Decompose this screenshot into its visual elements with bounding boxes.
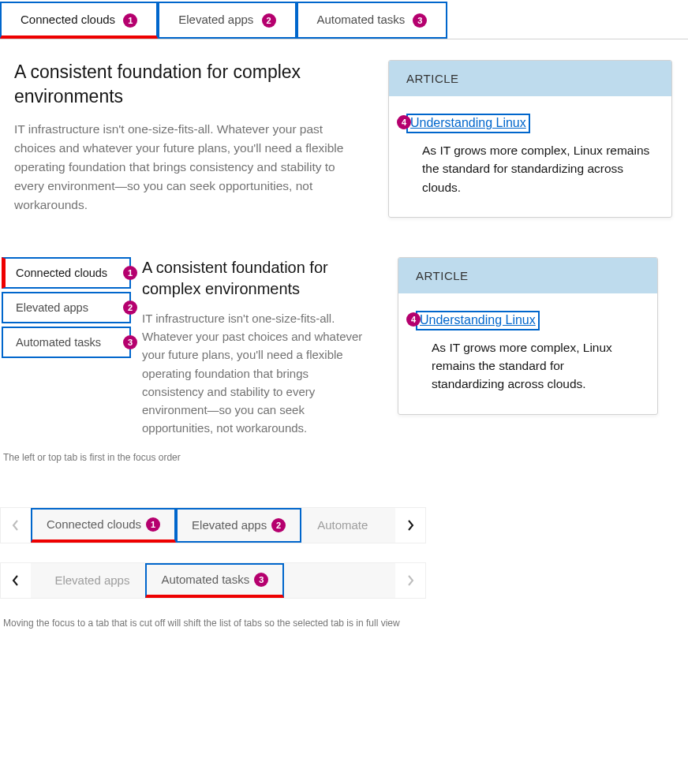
focus-order-badge: 1	[123, 13, 137, 28]
tab-elevated-apps[interactable]: Elevated apps 2	[158, 2, 296, 39]
tab-label: Connected clouds	[21, 13, 115, 26]
tab-connected-clouds[interactable]: Connected clouds 1	[31, 508, 176, 543]
caption: Moving the focus to a tab that is cut of…	[3, 618, 688, 629]
content-heading: A consistent foundation for complex envi…	[142, 257, 371, 300]
tab-label: Connected clouds	[16, 267, 107, 279]
focus-order-badge: 1	[123, 266, 137, 280]
tab-label: Connected clouds	[47, 517, 141, 531]
tab-connected-clouds[interactable]: Connected clouds 1	[0, 2, 158, 39]
tab-content: A consistent foundation for complex envi…	[142, 257, 371, 438]
scroll-right-button[interactable]	[395, 508, 425, 543]
focus-order-badge: 4	[397, 115, 411, 129]
focus-order-badge: 4	[406, 312, 421, 327]
tab-label: Elevated apps	[16, 301, 88, 314]
content-heading: A consistent foundation for complex envi…	[14, 60, 357, 109]
overflow-tabs-examples: Connected clouds 1 Elevated apps 2 Autom…	[0, 507, 688, 599]
tab-label: Automate	[317, 518, 368, 532]
overflow-bar-shifted: ted clouds Elevated apps Automated tasks…	[0, 562, 426, 599]
content-row: A consistent foundation for complex envi…	[0, 60, 688, 218]
tab-label: Automated tasks	[161, 573, 249, 586]
focus-order-badge: 2	[262, 13, 276, 28]
tab-automated-tasks[interactable]: Automated tasks 3	[2, 327, 131, 358]
content-body: IT infrastructure isn't one-size-fits-al…	[14, 120, 357, 215]
content-body: IT infrastructure isn't one-size-fits-al…	[142, 309, 371, 438]
overflow-bar-start: Connected clouds 1 Elevated apps 2 Autom…	[0, 507, 426, 543]
caption: The left or top tab is first in the focu…	[3, 452, 688, 463]
scroll-left-button[interactable]	[1, 508, 31, 543]
chevron-right-icon	[406, 575, 414, 586]
tab-label: Elevated apps	[192, 518, 267, 532]
article-card: ARTICLE 4 Understanding Linux As IT grow…	[398, 257, 658, 415]
tab-automated-tasks[interactable]: Automated tasks 3	[145, 563, 284, 598]
vertical-tab-list: Connected clouds 1 Elevated apps 2 Autom…	[2, 257, 131, 361]
scroll-right-button[interactable]	[395, 563, 425, 598]
focus-order-badge: 3	[254, 573, 268, 587]
horizontal-tabs-example: Connected clouds 1 Elevated apps 2 Autom…	[0, 0, 688, 218]
focus-order-badge: 2	[271, 518, 286, 532]
card-eyebrow: ARTICLE	[398, 258, 657, 293]
tab-automated-tasks-partial[interactable]: Automate	[301, 508, 383, 543]
chevron-right-icon	[406, 520, 414, 531]
tab-label: Elevated apps	[178, 13, 253, 26]
focus-order-badge: 2	[123, 301, 137, 315]
tab-connected-clouds[interactable]: Connected clouds 1	[2, 257, 131, 289]
tab-label: Automated tasks	[317, 13, 406, 26]
card-eyebrow: ARTICLE	[389, 61, 671, 96]
tab-automated-tasks[interactable]: Automated tasks 3	[297, 2, 448, 39]
scroll-left-button[interactable]	[1, 563, 31, 598]
focus-order-badge: 3	[413, 13, 427, 28]
tab-elevated-apps[interactable]: Elevated apps 2	[2, 292, 131, 323]
tab-elevated-apps[interactable]: Elevated apps	[39, 563, 145, 598]
tab-label: Elevated apps	[54, 573, 129, 587]
focus-order-badge: 3	[123, 335, 137, 349]
tab-content: A consistent foundation for complex envi…	[14, 60, 357, 215]
chevron-left-icon	[12, 575, 20, 586]
article-card: ARTICLE 4 Understanding Linux As IT grow…	[388, 60, 672, 218]
card-text: As IT grows more complex, Linux remains …	[432, 338, 640, 394]
tab-label: Automated tasks	[16, 336, 101, 349]
card-link[interactable]: Understanding Linux	[416, 311, 540, 330]
card-text: As IT grows more complex, Linux remains …	[422, 141, 654, 196]
tab-elevated-apps[interactable]: Elevated apps 2	[176, 508, 301, 543]
vertical-tabs-example: Connected clouds 1 Elevated apps 2 Autom…	[0, 257, 688, 438]
card-link[interactable]: Understanding Linux	[406, 114, 530, 133]
focus-order-badge: 1	[146, 517, 160, 532]
chevron-left-icon	[12, 520, 20, 531]
horizontal-tab-list: Connected clouds 1 Elevated apps 2 Autom…	[0, 0, 688, 39]
